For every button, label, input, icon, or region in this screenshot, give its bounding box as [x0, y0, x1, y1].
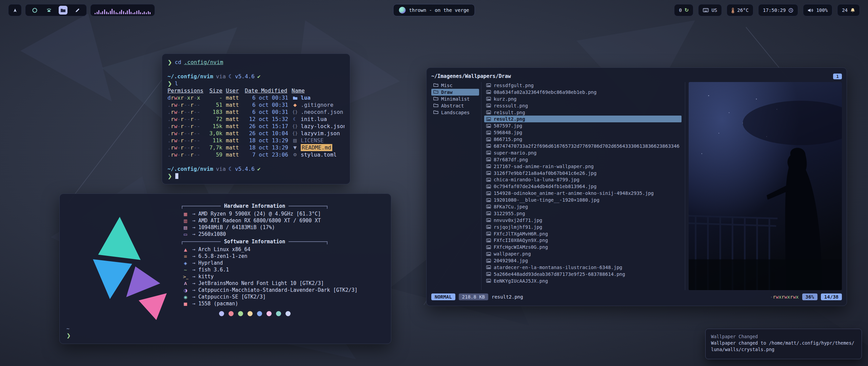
media-widget[interactable]: thrown - on the verge	[393, 4, 475, 16]
file-row[interactable]: rsjqojlmjhf91.jpg	[484, 224, 682, 230]
arrow-icon: →	[192, 294, 195, 300]
file-name: lua	[301, 94, 311, 101]
sidebar-folder[interactable]: Abstract	[431, 102, 479, 109]
folder-name: Minimalist	[441, 96, 470, 102]
folder-icon	[292, 96, 298, 100]
file-name: 587597.jpg	[494, 123, 522, 128]
file-row[interactable]: EeNKYgIUcAAJ5JX.png	[484, 278, 682, 284]
visualizer-bar	[129, 9, 130, 14]
resolution-icon: ▭	[182, 232, 189, 237]
file-row[interactable]: 20492984.jpg	[484, 257, 682, 264]
file-row[interactable]: resssult.png	[484, 102, 682, 109]
shell-status-line: ~/.config/nvimvia☾ v5.4.6✔	[167, 165, 344, 172]
notification-title: Wallpaper Changed	[711, 333, 856, 340]
file-row[interactable]: 154928-odinokoe_anime-art-anime-okno-sin…	[484, 190, 682, 197]
file-row[interactable]: 0c794faf07de24a4db4d4fb1eb813964.jpg	[484, 183, 682, 190]
fetch-prompt[interactable]: ~ ❯	[66, 325, 71, 339]
arrow-icon: →	[192, 287, 195, 293]
visualizer-bar	[140, 12, 141, 14]
json-icon: {}	[292, 123, 298, 130]
file-row[interactable]: ressdfgult.png	[484, 82, 682, 89]
notifications-module[interactable]: 24	[837, 4, 860, 16]
file-name: chica-mirando-la-luna-8799.jpg	[494, 177, 579, 182]
image-file-icon	[486, 117, 491, 121]
file-row[interactable]: 587597.jpg	[484, 122, 682, 129]
file-row[interactable]: 866715.png	[484, 136, 682, 143]
file-name: ressdfgult.png	[494, 83, 534, 88]
file-row[interactable]: 87r687df.png	[484, 156, 682, 163]
file-row[interactable]: kurz.png	[484, 96, 682, 102]
image-file-icon	[486, 252, 491, 256]
file-row[interactable]: 5a266e448add93deab367d87173e9f25-6837886…	[484, 271, 682, 278]
sidebar-folder[interactable]: Landscapes	[431, 109, 479, 116]
visualizer-bar	[131, 12, 132, 14]
image-file-icon	[486, 138, 491, 141]
lua-icon: ☾	[292, 116, 298, 123]
file-name: 154928-odinokoe_anime-art-anime-okno-sin…	[494, 190, 654, 196]
speaker-icon	[808, 8, 813, 13]
folder-icon	[433, 96, 438, 102]
arrow-icon: →	[192, 218, 195, 224]
file-row[interactable]: FXfcII0X0AQyn9X.png	[484, 237, 682, 244]
file-row[interactable]: FXfcJlTXgAMvH6R.png	[484, 230, 682, 237]
browser-circle-icon[interactable]	[30, 6, 39, 15]
image-file-icon	[486, 225, 491, 229]
topbar-left-group	[8, 4, 155, 16]
file-row[interactable]: nnvuv0xj2df71.jpg	[484, 217, 682, 224]
file-row[interactable]: 217167-sad-anime-rain-wallpaper.png	[484, 163, 682, 170]
file-name: FXfcII0X0AQyn9X.png	[494, 238, 548, 243]
sidebar-folder[interactable]: Misc	[431, 82, 479, 89]
updates-module[interactable]: 0 ↻	[674, 4, 693, 16]
tab-badge[interactable]: 1	[833, 74, 842, 79]
file-row[interactable]: super-mario.png	[484, 149, 682, 156]
terminal-command-line: ❯l	[167, 80, 344, 87]
terminal-nvim-window[interactable]: ❯cd.config/nvim ~/.config/nvimvia☾ v5.4.…	[162, 54, 350, 184]
sidebar-folder[interactable]: Draw	[431, 89, 479, 96]
file-row[interactable]: 19201080-__blue-tinge__-1920×1080.jpg	[484, 197, 682, 203]
visualizer-bar	[108, 13, 109, 14]
cursor-arrow-icon	[13, 8, 18, 13]
success-check-icon: ✔	[257, 73, 261, 80]
image-file-icon	[486, 279, 491, 283]
fetch-line: ▤→10948MiB / 64183MiB (17%)	[182, 224, 391, 231]
visualizer-bar	[95, 13, 96, 14]
paw-icon[interactable]	[44, 6, 53, 15]
launcher-button[interactable]	[8, 4, 22, 16]
palette-dot	[238, 311, 243, 316]
markdown-icon: ▼	[292, 144, 298, 151]
terminal-prompt[interactable]: ❯	[167, 172, 344, 180]
file-row[interactable]: 3122955.png	[484, 210, 682, 217]
arrow-icon: →	[192, 224, 195, 230]
file-row[interactable]: 8FKa7Cu.jpeg	[484, 203, 682, 210]
clock-module[interactable]: 17:50:29	[758, 4, 798, 16]
keyboard-layout-module[interactable]: US	[698, 4, 722, 16]
sidebar-folder[interactable]: Minimalist	[431, 96, 479, 102]
file-row[interactable]: 08a634fa02a32364f69ebc86a98eb1eb.png	[484, 89, 682, 96]
files-icon[interactable]	[59, 6, 67, 15]
notification-popup[interactable]: Wallpaper Changed Wallpaper changed to /…	[705, 329, 862, 359]
file-row[interactable]: FXfcHgcWIAMzs0G.png	[484, 244, 682, 250]
visualizer-bar	[125, 13, 126, 14]
volume-module[interactable]: 100%	[803, 4, 832, 16]
file-row[interactable]: 3126f7e9bbf21a8a4af0b67b041c6e26.jpg	[484, 170, 682, 177]
file-row[interactable]: chica-mirando-la-luna-8799.jpg	[484, 176, 682, 183]
visualizer-bar	[144, 12, 145, 14]
ls-row: .rw-r--r--11kmatt18 oct 13:29▤LICENSE	[167, 137, 344, 144]
file-row[interactable]: result2.png	[484, 116, 682, 122]
edit-pencil-icon[interactable]	[73, 6, 82, 15]
file-row[interactable]: wallpaper.png	[484, 250, 682, 257]
file-row[interactable]: atardecer-en-la-montanas-ilustracion-634…	[484, 264, 682, 271]
temperature-module[interactable]: 26°C	[727, 4, 753, 16]
file-row[interactable]: 68747470733a2f2f696d616765732d7769786d70…	[484, 143, 682, 149]
file-row[interactable]: 596848.jpg	[484, 129, 682, 136]
visualizer-bar	[127, 11, 128, 14]
fetch-line: ◉→Catppuccin-SE [GTK2/3]	[182, 293, 391, 300]
image-file-icon	[486, 97, 491, 101]
fetch-line: ◈→Hyprland	[182, 260, 391, 266]
image-file-icon	[486, 265, 491, 269]
file-name: lazy-lock.json	[301, 123, 344, 130]
fastfetch-window[interactable]: Hardware Information ▦→AMD Ryzen 9 5900X…	[59, 194, 391, 344]
file-row[interactable]: re1sult.png	[484, 109, 682, 116]
file-manager-window[interactable]: ~/Imagenes/Wallpapers/Draw 1 MiscDrawMin…	[426, 67, 847, 306]
file-name: init.lua	[301, 116, 327, 123]
